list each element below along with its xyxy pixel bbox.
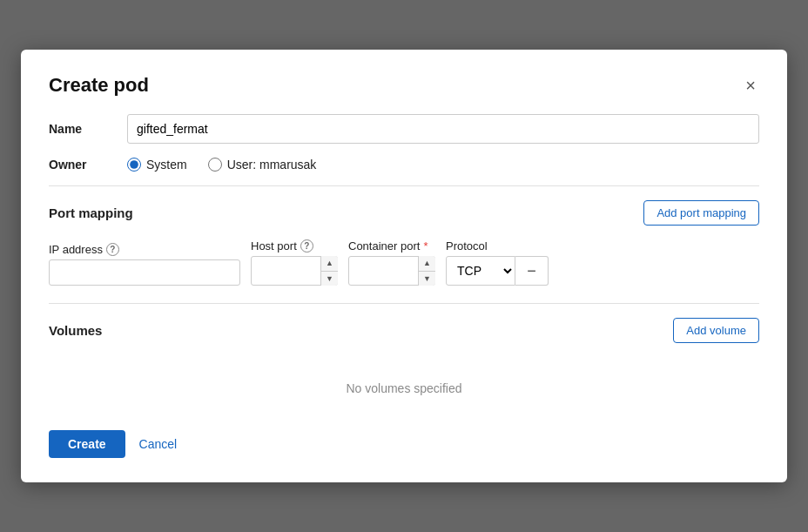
- owner-system-option[interactable]: System: [127, 158, 187, 172]
- protocol-select[interactable]: TCP UDP SCTP: [446, 256, 515, 286]
- container-port-spinner: ▲ ▼: [418, 256, 435, 286]
- remove-port-button[interactable]: −: [515, 256, 549, 286]
- name-input[interactable]: [127, 114, 759, 144]
- dialog-header: Create pod ×: [49, 74, 759, 97]
- container-port-up[interactable]: ▲: [419, 256, 435, 272]
- owner-system-label: System: [146, 158, 187, 172]
- host-port-help-icon[interactable]: ?: [300, 239, 313, 253]
- add-volume-button[interactable]: Add volume: [673, 318, 759, 343]
- no-volumes-message: No volumes specified: [49, 357, 759, 413]
- ip-address-group: IP address ?: [49, 243, 240, 286]
- name-label: Name: [49, 122, 127, 136]
- ip-address-label: IP address ?: [49, 243, 240, 256]
- host-port-up[interactable]: ▲: [321, 256, 338, 272]
- volumes-section: Volumes Add volume No volumes specified: [49, 318, 759, 413]
- create-button[interactable]: Create: [49, 430, 125, 458]
- owner-user-label: User: mmarusak: [227, 158, 317, 172]
- owner-user-radio[interactable]: [208, 158, 222, 172]
- host-port-down[interactable]: ▼: [321, 272, 338, 286]
- ip-address-input[interactable]: [49, 259, 240, 286]
- port-fields-row: IP address ? Host port ? ▲ ▼ Container p…: [49, 239, 759, 286]
- divider-2: [49, 303, 759, 304]
- owner-row: Owner System User: mmarusak: [49, 158, 759, 172]
- owner-label: Owner: [49, 158, 127, 172]
- host-port-spinner: ▲ ▼: [320, 256, 338, 286]
- owner-system-radio[interactable]: [127, 158, 141, 172]
- protocol-group: Protocol TCP UDP SCTP −: [446, 239, 549, 286]
- host-port-group: Host port ? ▲ ▼: [251, 239, 338, 286]
- host-port-input-wrap: ▲ ▼: [251, 256, 338, 286]
- protocol-wrap: TCP UDP SCTP −: [446, 256, 549, 286]
- port-mapping-header: Port mapping Add port mapping: [49, 200, 759, 226]
- container-port-label: Container port *: [348, 239, 435, 253]
- volumes-title: Volumes: [49, 323, 102, 338]
- owner-radio-group: System User: mmarusak: [127, 158, 316, 172]
- name-row: Name: [49, 114, 759, 144]
- dialog-footer: Create Cancel: [49, 430, 759, 458]
- protocol-label: Protocol: [446, 239, 549, 253]
- container-port-group: Container port * ▲ ▼: [348, 239, 435, 286]
- add-port-mapping-button[interactable]: Add port mapping: [643, 200, 759, 226]
- container-port-input-wrap: ▲ ▼: [348, 256, 435, 286]
- cancel-button[interactable]: Cancel: [139, 437, 178, 451]
- container-port-down[interactable]: ▼: [419, 272, 435, 286]
- port-mapping-title: Port mapping: [49, 205, 133, 220]
- ip-help-icon[interactable]: ?: [106, 243, 119, 256]
- required-star: *: [423, 239, 428, 253]
- create-pod-dialog: Create pod × Name Owner System User: mma…: [21, 50, 787, 482]
- host-port-label: Host port ?: [251, 239, 338, 253]
- close-button[interactable]: ×: [742, 77, 759, 94]
- divider-1: [49, 185, 759, 186]
- dialog-title: Create pod: [49, 74, 149, 97]
- owner-user-option[interactable]: User: mmarusak: [208, 158, 317, 172]
- volumes-header: Volumes Add volume: [49, 318, 759, 343]
